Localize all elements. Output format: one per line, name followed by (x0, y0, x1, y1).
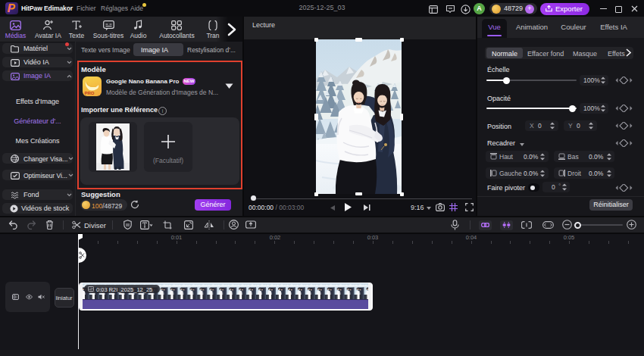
svg-text:PRO: PRO (84, 91, 94, 95)
